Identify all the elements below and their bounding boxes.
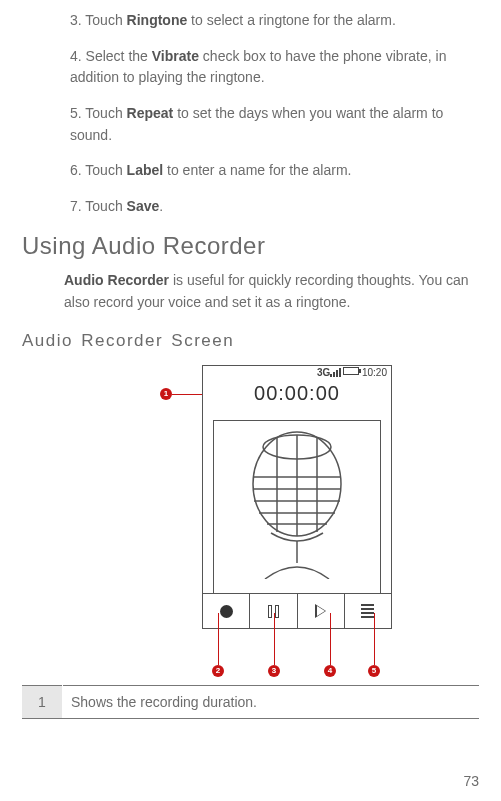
- list-icon: [361, 604, 374, 618]
- battery-icon: [343, 367, 359, 375]
- step-number: 5.: [70, 105, 82, 121]
- step-number: 3.: [70, 12, 82, 28]
- status-icons: 3G 10:20: [317, 367, 387, 378]
- recordings-list-button[interactable]: [344, 594, 391, 628]
- section-intro: Audio Recorder is useful for quickly rec…: [64, 270, 479, 313]
- callout-5: 5: [368, 665, 380, 677]
- step-number: 6.: [70, 162, 82, 178]
- step-3: 3. Touch Ringtone to select a ringtone f…: [70, 10, 479, 32]
- step-4: 4. Select the Vibrate check box to have …: [70, 46, 479, 89]
- step-number: 4.: [70, 48, 82, 64]
- record-icon: [220, 605, 233, 618]
- recorder-figure: 1 3G 10:20 00:00:00: [22, 365, 479, 685]
- step-text: Touch Ringtone to select a ringtone for …: [85, 12, 395, 28]
- microphone-illustration: [213, 420, 381, 594]
- table-row: 1 Shows the recording duration.: [22, 686, 479, 719]
- step-6: 6. Touch Label to enter a name for the a…: [70, 160, 479, 182]
- callout-1: 1: [160, 388, 172, 400]
- status-clock: 10:20: [362, 367, 387, 378]
- section-title: Using Audio Recorder: [22, 232, 479, 260]
- play-button[interactable]: [297, 594, 344, 628]
- record-button[interactable]: [203, 594, 249, 628]
- step-text: Select the Vibrate check box to have the…: [70, 48, 446, 86]
- callout-2: 2: [212, 665, 224, 677]
- pause-button[interactable]: [249, 594, 296, 628]
- legend-desc: Shows the recording duration.: [63, 686, 480, 719]
- step-number: 7.: [70, 198, 82, 214]
- step-5: 5. Touch Repeat to set the days when you…: [70, 103, 479, 146]
- status-bar: 3G 10:20: [203, 366, 391, 380]
- step-text: Touch Save.: [85, 198, 163, 214]
- step-text: Touch Repeat to set the days when you wa…: [70, 105, 443, 143]
- network-3g-icon: 3G: [317, 367, 330, 378]
- recorder-screen: 3G 10:20 00:00:00: [202, 365, 392, 629]
- microphone-icon: [237, 429, 357, 579]
- legend-table: 1 Shows the recording duration.: [22, 685, 479, 719]
- step-text: Touch Label to enter a name for the alar…: [85, 162, 351, 178]
- recorder-toolbar: [203, 593, 391, 628]
- step-7: 7. Touch Save.: [70, 196, 479, 218]
- recording-timer: 00:00:00: [203, 382, 391, 405]
- subsection-title: Audio Recorder Screen: [22, 331, 479, 351]
- callout-4: 4: [324, 665, 336, 677]
- play-icon: [315, 604, 326, 618]
- page-number: 73: [463, 773, 479, 789]
- callout-5-leader: [374, 613, 375, 665]
- callout-3-leader: [274, 613, 275, 665]
- callout-3: 3: [268, 665, 280, 677]
- signal-icon: [330, 369, 340, 377]
- callout-2-leader: [218, 613, 219, 665]
- callout-4-leader: [330, 613, 331, 665]
- legend-index: 1: [22, 686, 63, 719]
